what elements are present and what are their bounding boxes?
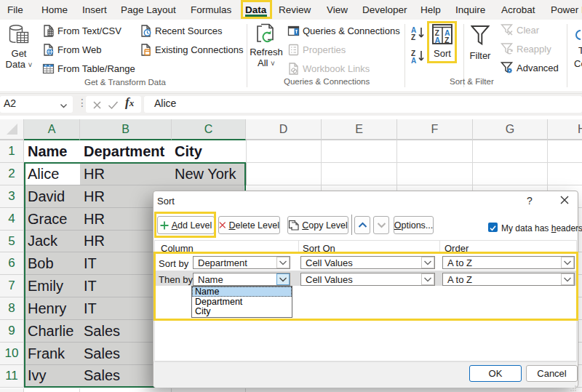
svg-text:Z: Z bbox=[411, 33, 415, 41]
svg-text:A: A bbox=[411, 57, 416, 64]
